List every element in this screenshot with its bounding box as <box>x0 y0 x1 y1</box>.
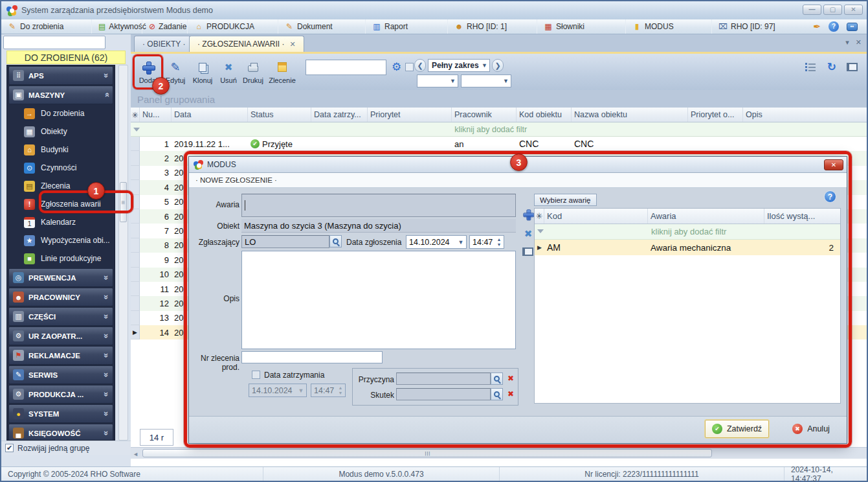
sidebar-scrollbar[interactable] <box>118 65 128 441</box>
scroll-left-icon[interactable]: ◄ <box>133 451 139 457</box>
col-data[interactable]: Data <box>172 108 248 122</box>
menu-slowniki[interactable]: ▦ Słowniki <box>537 19 626 34</box>
scrollbar-thumb[interactable] <box>120 182 127 222</box>
nr-zlecenia-input[interactable] <box>241 351 383 363</box>
filter-select-1[interactable]: ▼ <box>417 75 458 87</box>
todo-banner[interactable]: DO ZROBIENIA (62) <box>6 51 126 64</box>
col-kod[interactable]: Kod <box>544 209 648 224</box>
expand-one-group-checkbox[interactable]: ✔ <box>5 444 14 452</box>
col-opis[interactable]: Opis <box>743 108 867 122</box>
tab-zgloszenia-awarii[interactable]: · ZGŁOSZENIA AWARII · ✕ <box>189 36 304 52</box>
panel-toggle-icon[interactable] <box>524 247 533 256</box>
sidebar-item-kalendarz[interactable]: 1 Kalendarz <box>7 213 115 231</box>
sidebar-group-czesci[interactable]: ▥ CZĘŚCI » <box>8 307 113 326</box>
horizontal-scrollbar[interactable]: ◄ <box>131 447 867 459</box>
sidebar-group-aps[interactable]: ⫶⫶ APS » <box>8 66 113 85</box>
col-priorytet-o[interactable]: Priorytet o... <box>688 108 743 122</box>
range-next-button[interactable]: ❯ <box>492 59 504 72</box>
opis-textarea[interactable] <box>241 251 516 349</box>
menu-produkcja[interactable]: ⌂ PRODUKCJA <box>188 19 278 34</box>
order-button[interactable]: Zlecenie <box>265 56 299 88</box>
skutek-clear-icon[interactable]: ✖ <box>507 389 514 398</box>
menu-raport[interactable]: ▥ Raport <box>366 19 448 34</box>
sidebar-item-budynki[interactable]: ⌂ Budynki <box>7 141 115 159</box>
sidebar-group-reklamacje[interactable]: ⚑ REKLAMACJE » <box>8 346 113 365</box>
spinner-icon[interactable]: ▲▼ <box>495 237 504 247</box>
sidebar-group-serwis[interactable]: ✎ SERWIS » <box>8 365 113 384</box>
col-data-zatrzymania[interactable]: Data zatrzy... <box>311 108 368 122</box>
data-zgloszenia-date[interactable]: 14.10.2024 ▼ <box>406 235 467 249</box>
col-priorytet[interactable]: Priorytet <box>368 108 452 122</box>
data-zgloszenia-time[interactable]: 14:47 ▲▼ <box>469 235 504 249</box>
col-awaria[interactable]: Awaria <box>648 209 764 224</box>
dialog-close-button[interactable]: ✕ <box>824 159 843 170</box>
toolbar-checkbox[interactable] <box>405 63 414 71</box>
col-kod-obiektu[interactable]: Kod obiektu <box>517 108 572 122</box>
col-ilosc[interactable]: Ilość wystą... <box>764 209 840 224</box>
help-icon[interactable]: ? <box>829 21 839 32</box>
menu-aktywnosc[interactable]: ▤ Aktywność <box>92 19 142 34</box>
col-nazwa-obiektu[interactable]: Nazwa obiektu <box>572 108 688 122</box>
grid-filter-row[interactable]: kliknij aby dodać filtr <box>131 122 867 137</box>
sidebar-item-czynnosci[interactable]: ⊙ Czynności <box>7 159 115 177</box>
sidebar-item-obiekty[interactable]: ▦ Obiekty <box>7 122 115 141</box>
tab-list-dropdown-icon[interactable]: ▾ <box>845 38 849 47</box>
help-icon[interactable]: ? <box>824 190 836 203</box>
add-awaria-icon[interactable] <box>523 209 533 219</box>
tabstrip-close-icon[interactable]: ✕ <box>856 38 862 47</box>
scrollbar-thumb[interactable] <box>142 449 712 457</box>
awarie-row-selected[interactable]: ▶ AM Awaria mechaniczna 2 <box>535 240 840 255</box>
sidebar-item-wypozyczenia[interactable]: ★ Wypożyczenia obi... <box>7 231 115 249</box>
panel-toggle-icon[interactable] <box>848 63 858 71</box>
sidebar-group-maszyny[interactable]: ▣ MASZYNY » <box>8 86 113 104</box>
menu-dokument[interactable]: ✎ Dokument <box>278 19 366 34</box>
grouping-panel[interactable]: Panel grupowania <box>137 94 215 105</box>
ink-icon[interactable]: ✒ <box>813 22 821 31</box>
menu-zadanie[interactable]: ⊘ Zadanie <box>142 19 188 34</box>
sidebar-group-system[interactable]: ● SYSTEM » <box>8 404 113 423</box>
user-lookup-button[interactable] <box>329 235 342 247</box>
chat-icon[interactable]: ▪▪ <box>847 23 858 31</box>
col-status[interactable]: Status <box>248 108 311 122</box>
range-select[interactable]: Pełny zakres ▼ <box>428 59 490 72</box>
column-chooser-icon[interactable] <box>805 63 816 72</box>
col-pracownik[interactable]: Pracownik <box>452 108 517 122</box>
cancel-button[interactable]: ✖ Anuluj <box>781 420 841 438</box>
awarie-filter-row[interactable]: kliknij aby dodać filtr <box>535 224 840 240</box>
awaria-input[interactable] <box>241 194 516 217</box>
close-button[interactable]: ✕ <box>844 5 863 15</box>
przyczyna-lookup-button[interactable] <box>491 373 503 385</box>
sidebar-item-do-zrobienia[interactable]: → Do zrobienia <box>7 104 115 122</box>
col-numer[interactable]: Nu... <box>140 108 172 122</box>
skutek-input[interactable] <box>396 388 491 400</box>
menu-rho-1[interactable]: ☻ RHO [ID: 1] <box>448 19 537 34</box>
filter-select-2[interactable]: ▼ <box>461 75 511 87</box>
menu-do-zrobienia[interactable]: ✎ Do zrobienia <box>1 19 92 34</box>
przyczyna-input[interactable] <box>396 373 491 385</box>
confirm-button[interactable]: ✔ Zatwierdź <box>705 420 769 438</box>
tab-obiekty[interactable]: · OBIEKTY · <box>134 36 194 52</box>
skutek-lookup-button[interactable] <box>491 388 503 400</box>
clone-button[interactable]: Klonuj <box>189 56 216 88</box>
refresh-icon[interactable]: ↻ <box>827 62 836 73</box>
range-prev-button[interactable]: ❮ <box>414 59 426 72</box>
tab-close-icon[interactable]: ✕ <box>289 40 295 49</box>
sidebar-item-linie-produkcyjne[interactable]: ■ Linie produkcyjne <box>7 249 115 268</box>
remove-awaria-icon[interactable]: ✖ <box>524 228 533 240</box>
sidebar-search-input[interactable] <box>3 36 106 49</box>
toolbar-search-input[interactable] <box>306 60 386 75</box>
table-row[interactable]: 1 2019.11.22 1... ✔ Przyjęte an CNC CNC <box>131 137 867 151</box>
sidebar-group-prewencja[interactable]: ◎ PREWENCJA » <box>8 268 113 287</box>
menu-rho-97[interactable]: ⌧ RHO [ID: 97] <box>712 19 782 34</box>
minimize-button[interactable]: — <box>803 5 821 15</box>
gear-icon[interactable]: ⚙ <box>392 62 401 73</box>
sidebar-group-pracownicy[interactable]: ☻ PRACOWNICY » <box>8 288 113 306</box>
data-zatrzymania-checkbox[interactable] <box>252 371 260 379</box>
menu-modus[interactable]: ▮ MODUS <box>626 19 712 34</box>
sidebar-group-ur-zaopatrzenie[interactable]: ⚙ UR ZAOPATR... » <box>8 327 113 345</box>
delete-button[interactable]: ✖ Usuń <box>215 56 242 88</box>
zglaszajacy-input[interactable]: LO <box>241 235 329 248</box>
sidebar-group-produkcja[interactable]: ⚙ PRODUKCJA ... » <box>8 385 113 404</box>
maximize-button[interactable]: ▢ <box>823 5 842 15</box>
przyczyna-clear-icon[interactable]: ✖ <box>507 374 514 383</box>
